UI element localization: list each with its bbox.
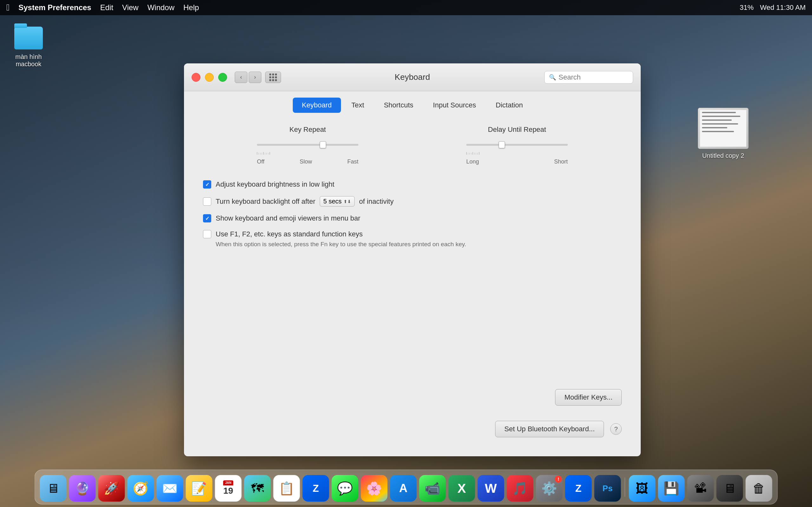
- desktop-file-icon[interactable]: Untitled copy 2: [698, 108, 749, 159]
- dock-zalo-2[interactable]: Z: [565, 475, 592, 502]
- dock-finder[interactable]: 🖥: [40, 475, 67, 502]
- search-input[interactable]: [559, 73, 628, 81]
- reminders-icon: 📋: [279, 481, 295, 496]
- notes-icon: 📝: [191, 481, 207, 496]
- dock-appstore[interactable]: A: [390, 475, 417, 502]
- dock-messages[interactable]: 💬: [332, 475, 358, 502]
- menu-view[interactable]: View: [122, 3, 139, 12]
- messages-icon: 💬: [337, 481, 353, 496]
- help-button[interactable]: ?: [610, 424, 622, 435]
- titlebar: ‹ › Keyboard 🔍: [184, 63, 641, 91]
- menubar-time: Wed 11:30 AM: [760, 3, 806, 12]
- bluetooth-keyboard-button[interactable]: Set Up Bluetooth Keyboard...: [495, 421, 604, 437]
- dock-safari[interactable]: 🧭: [128, 475, 154, 502]
- zalo-icon-2: Z: [575, 483, 582, 494]
- delay-repeat-group: Delay Until Repeat: [412, 125, 622, 165]
- system-preferences-window: ‹ › Keyboard 🔍 Keyboard Text Shortcuts I…: [184, 63, 641, 456]
- minimize-button[interactable]: [205, 73, 214, 82]
- grid-view-button[interactable]: [265, 72, 281, 83]
- desktop-folder-icon[interactable]: màn hình macbook: [9, 25, 48, 68]
- dock-zalo-1[interactable]: Z: [303, 475, 329, 502]
- tab-shortcuts[interactable]: Shortcuts: [374, 98, 422, 113]
- maximize-button[interactable]: [218, 73, 227, 82]
- dock-system-preferences[interactable]: ⚙️ !: [536, 475, 563, 502]
- dock-facetime[interactable]: 📹: [419, 475, 446, 502]
- launchpad-icon: 🚀: [104, 481, 119, 496]
- dock-trash[interactable]: 🗑: [746, 475, 772, 502]
- dropdown-value: 5 secs: [323, 198, 342, 205]
- excel-icon: X: [457, 481, 466, 496]
- menu-window[interactable]: Window: [148, 3, 174, 12]
- folder-label: màn hình macbook: [9, 53, 48, 68]
- other-icon: 🖥: [723, 481, 736, 496]
- content-area: Key Repeat: [184, 113, 641, 267]
- modifier-keys-button[interactable]: Modifier Keys...: [555, 389, 622, 406]
- dock-slideshow[interactable]: 📽: [687, 475, 714, 502]
- sliders-row: Key Repeat: [203, 125, 622, 165]
- dock-siri[interactable]: 🔮: [69, 475, 96, 502]
- checkbox-backlight[interactable]: [203, 198, 211, 206]
- tab-keyboard[interactable]: Keyboard: [293, 98, 341, 113]
- bottom-row: Set Up Bluetooth Keyboard... ?: [495, 421, 622, 437]
- checkbox-fn[interactable]: [203, 230, 211, 238]
- checkbox-backlight-label: Turn keyboard backlight off after: [216, 198, 315, 206]
- menu-system-preferences[interactable]: System Preferences: [18, 3, 91, 12]
- key-repeat-group: Key Repeat: [203, 125, 412, 165]
- tab-input-sources[interactable]: Input Sources: [424, 98, 485, 113]
- tab-text[interactable]: Text: [342, 98, 373, 113]
- dock-photos[interactable]: 🌸: [361, 475, 388, 502]
- dock-preview[interactable]: 🖼: [629, 475, 656, 502]
- migrate-icon: 💾: [664, 481, 679, 496]
- menubar-battery: 31%: [740, 3, 754, 12]
- apple-menu[interactable]: : [6, 3, 9, 13]
- tab-dictation[interactable]: Dictation: [487, 98, 532, 113]
- checkbox-fn-row: Use F1, F2, etc. keys as standard functi…: [203, 230, 622, 238]
- menu-help[interactable]: Help: [183, 3, 199, 12]
- dock-other[interactable]: 🖥: [716, 475, 743, 502]
- checkbox-brightness[interactable]: [203, 180, 211, 188]
- key-repeat-label: Key Repeat: [290, 125, 326, 134]
- dock-reminders[interactable]: 📋: [273, 475, 300, 502]
- photoshop-icon: Ps: [603, 484, 613, 493]
- dock-music[interactable]: 🎵: [507, 475, 534, 502]
- dock-notes[interactable]: 📝: [186, 475, 212, 502]
- safari-icon: 🧭: [133, 481, 149, 496]
- delay-repeat-label: Delay Until Repeat: [488, 125, 546, 134]
- delay-repeat-short: Short: [554, 158, 568, 165]
- word-icon: W: [485, 481, 497, 496]
- slideshow-icon: 📽: [694, 481, 707, 496]
- settings-badge: !: [555, 475, 562, 483]
- folder-image: [13, 25, 44, 51]
- tabs-bar: Keyboard Text Shortcuts Input Sources Di…: [184, 91, 641, 113]
- key-repeat-ends: Off Slow Fast: [257, 158, 358, 165]
- checkbox-emoji[interactable]: [203, 214, 211, 222]
- search-box[interactable]: 🔍: [544, 71, 633, 83]
- forward-button[interactable]: ›: [249, 72, 261, 83]
- close-button[interactable]: [192, 73, 200, 82]
- maps-icon: 🗺: [251, 481, 264, 496]
- dock: 🖥 🔮 🚀 🧭 ✉️ 📝 JAN 19 🗺: [35, 469, 778, 504]
- dock-mail[interactable]: ✉️: [157, 475, 183, 502]
- dock-calendar[interactable]: JAN 19: [215, 475, 242, 502]
- dock-launchpad[interactable]: 🚀: [98, 475, 125, 502]
- dock-maps[interactable]: 🗺: [244, 475, 271, 502]
- checkbox-emoji-row: Show keyboard and emoji viewers in menu …: [203, 214, 622, 222]
- traffic-lights: [192, 73, 227, 82]
- facetime-icon: 📹: [425, 481, 441, 496]
- dock-photoshop[interactable]: Ps: [595, 475, 621, 502]
- dock-separator: [625, 477, 625, 497]
- key-repeat-off: Off: [257, 158, 264, 165]
- menu-edit[interactable]: Edit: [100, 3, 113, 12]
- key-repeat-fast: Fast: [347, 158, 358, 165]
- delay-repeat-ends: Long Short: [466, 158, 568, 165]
- zalo-icon-1: Z: [313, 483, 319, 494]
- checkbox-backlight-row: Turn keyboard backlight off after 5 secs…: [203, 196, 622, 207]
- back-button[interactable]: ‹: [235, 72, 247, 83]
- dock-excel[interactable]: X: [449, 475, 475, 502]
- dock-migrate[interactable]: 💾: [658, 475, 685, 502]
- dropdown-arrow-icon: ⬆⬇: [344, 199, 351, 204]
- dock-word[interactable]: W: [478, 475, 504, 502]
- backlight-dropdown[interactable]: 5 secs ⬆⬇: [320, 196, 355, 207]
- checkbox-backlight-suffix: of inactivity: [359, 198, 394, 206]
- checkbox-fn-subtext: When this option is selected, press the …: [216, 241, 622, 248]
